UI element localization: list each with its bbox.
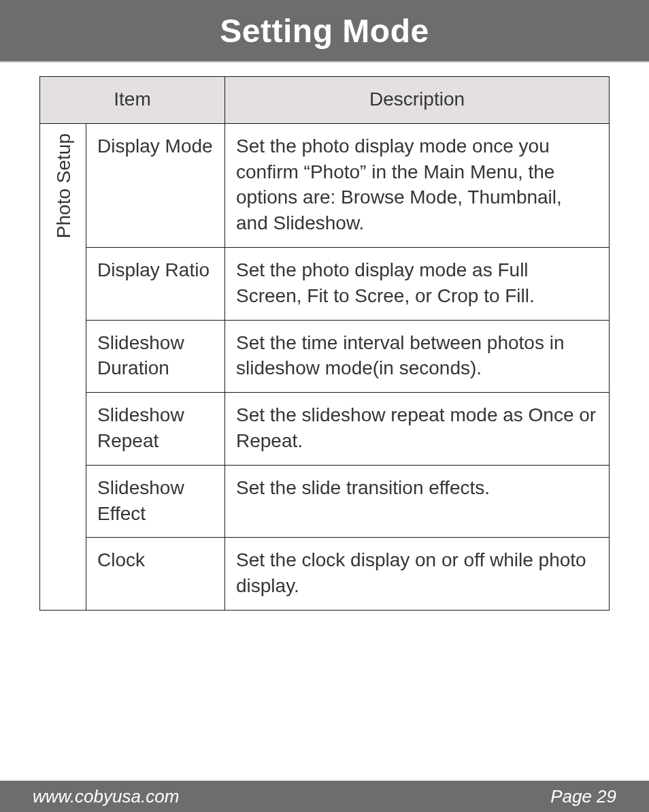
- desc-cell: Set the photo display mode once you conf…: [225, 123, 610, 247]
- header-band: Setting Mode: [0, 0, 649, 63]
- footer-band: www.cobyusa.com Page 29: [0, 781, 649, 812]
- item-cell: Slideshow Effect: [86, 465, 225, 538]
- desc-cell: Set the slide transition effects.: [225, 465, 610, 538]
- desc-cell: Set the time interval between photos in …: [225, 320, 610, 393]
- item-cell: Slideshow Repeat: [86, 393, 225, 466]
- header-description: Description: [225, 77, 610, 124]
- item-cell: Display Ratio: [86, 247, 225, 320]
- footer-page: Page 29: [550, 786, 616, 807]
- table-row: Slideshow Effect Set the slide transitio…: [40, 465, 610, 538]
- category-label: Photo Setup: [51, 133, 77, 238]
- desc-cell: Set the slideshow repeat mode as Once or…: [225, 393, 610, 466]
- item-cell: Clock: [86, 538, 225, 611]
- settings-table: Item Description Photo Setup Display Mod…: [39, 76, 610, 611]
- category-cell: Photo Setup: [40, 123, 86, 610]
- desc-cell: Set the clock display on or off while ph…: [225, 538, 610, 611]
- table-header-row: Item Description: [40, 77, 610, 124]
- item-cell: Slideshow Duration: [86, 320, 225, 393]
- table-row: Display Ratio Set the photo display mode…: [40, 247, 610, 320]
- table-row: Slideshow Repeat Set the slideshow repea…: [40, 393, 610, 466]
- footer-site: www.cobyusa.com: [33, 786, 179, 807]
- table-row: Slideshow Duration Set the time interval…: [40, 320, 610, 393]
- content-area: Item Description Photo Setup Display Mod…: [0, 63, 649, 611]
- table-row: Photo Setup Display Mode Set the photo d…: [40, 123, 610, 247]
- page-title: Setting Mode: [220, 12, 429, 50]
- table-row: Clock Set the clock display on or off wh…: [40, 538, 610, 611]
- header-item: Item: [40, 77, 225, 124]
- desc-cell: Set the photo display mode as Full Scree…: [225, 247, 610, 320]
- item-cell: Display Mode: [86, 123, 225, 247]
